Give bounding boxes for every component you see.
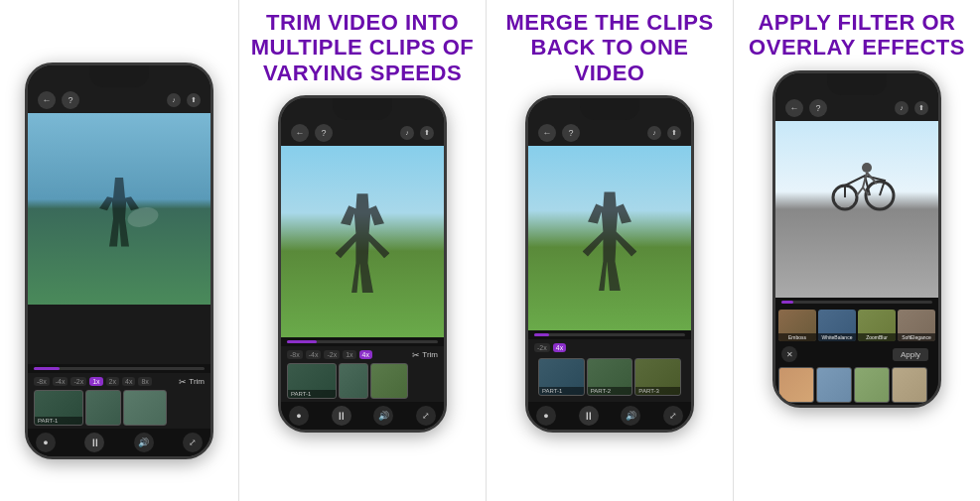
- fullscreen-button-3[interactable]: ⤢: [663, 406, 683, 426]
- headline-3: MERGE THE CLIPS BACK TO ONE VIDEO: [487, 0, 733, 91]
- trim-label-2: ✂ Trim: [412, 350, 438, 360]
- speed-btn-4x[interactable]: 4x: [122, 377, 135, 386]
- pause-button-2[interactable]: ⏸: [332, 406, 351, 426]
- music-icon-3[interactable]: ♪: [647, 126, 661, 140]
- person-thumb-4: [892, 367, 927, 403]
- clip-strip-2: PART-1: [287, 363, 438, 399]
- headline-2: TRIM VIDEO INTO MULTIPLE CLIPS OF VARYIN…: [241, 0, 484, 91]
- merge-clip-2: PART-2: [587, 358, 633, 396]
- topbar-right-3: ♪ ⬆: [647, 126, 681, 140]
- back-icon-4[interactable]: ←: [785, 99, 803, 117]
- svg-point-2: [862, 163, 872, 173]
- topbar-left-icons: ← ?: [38, 91, 79, 109]
- speed-buttons-2: -8x -4x -2x 1x 4x ✂ Trim: [287, 350, 438, 360]
- speed-btn-s2-1[interactable]: -8x: [287, 350, 303, 359]
- speed-btn--2x[interactable]: -2x: [70, 377, 86, 386]
- timeline-1: -8x -4x -2x 1x 2x 4x 8x ✂ Trim PART-1: [28, 373, 210, 429]
- speed-btn-8x[interactable]: 8x: [138, 377, 151, 386]
- lower-dark-area: [28, 305, 210, 364]
- pause-button-3[interactable]: ⏸: [579, 406, 599, 426]
- speed-buttons-3: -2x 4x: [534, 343, 685, 352]
- clip-label-1: PART-1: [35, 417, 82, 425]
- pause-button[interactable]: ⏸: [84, 433, 104, 452]
- topbar-right-icons: ♪ ⬆: [167, 93, 201, 107]
- phone-mockup-3: ← ? ♪ ⬆ -2x 4x: [525, 95, 694, 433]
- fullscreen-button-2[interactable]: ⤢: [416, 406, 436, 426]
- music-icon-4[interactable]: ♪: [895, 101, 909, 115]
- share-icon[interactable]: ⬆: [187, 93, 201, 107]
- clip-thumb-part1: PART-1: [34, 390, 83, 426]
- clip-strip-1: PART-1: [34, 390, 205, 426]
- back-icon[interactable]: ←: [38, 91, 56, 109]
- share-icon-2[interactable]: ⬆: [420, 126, 434, 140]
- trim-label-1: ✂ Trim: [179, 377, 205, 387]
- question-icon-4[interactable]: ?: [809, 99, 827, 117]
- video-area-2: [281, 146, 444, 337]
- speed-btn-s2-3[interactable]: -2x: [324, 350, 340, 359]
- speed-btn-1x[interactable]: 1x: [89, 377, 102, 386]
- share-icon-3[interactable]: ⬆: [667, 126, 681, 140]
- speed-btn-s3-2[interactable]: 4x: [553, 343, 566, 352]
- record-button[interactable]: ●: [36, 433, 56, 452]
- back-icon-2[interactable]: ←: [291, 124, 309, 142]
- progress-fill-1: [34, 367, 60, 370]
- filter-thumb-3[interactable]: ZoomBlur: [858, 310, 896, 341]
- filter-thumb-1[interactable]: Emboss: [778, 310, 816, 341]
- volume-button-2[interactable]: 🔊: [373, 406, 393, 426]
- clip-2-part3: [370, 363, 408, 399]
- section-1: ← ? ♪ ⬆: [0, 0, 238, 501]
- video-area-4: [775, 121, 938, 298]
- speed-buttons-1: -8x -4x -2x 1x 2x 4x 8x ✂ Trim: [34, 377, 205, 387]
- filter-thumb-4[interactable]: SoftElegance: [898, 310, 935, 341]
- question-icon[interactable]: ?: [62, 91, 79, 109]
- progress-bar-3: [534, 333, 685, 336]
- topbar-left-3: ← ?: [538, 124, 580, 142]
- record-button-2[interactable]: ●: [289, 406, 309, 426]
- clip-2-part2: [339, 363, 368, 399]
- filter-name-4: SoftElegance: [898, 333, 935, 341]
- speed-btn-2x[interactable]: 2x: [106, 377, 119, 386]
- phone-controls-3: ● ⏸ 🔊 ⤢: [528, 402, 691, 430]
- phone-screen-1: ← ? ♪ ⬆: [28, 65, 210, 456]
- phone-mockup-2: ← ? ♪ ⬆ -8x -4x -2x 1x 4: [278, 95, 447, 433]
- volume-button[interactable]: 🔊: [134, 433, 154, 452]
- video-area-3: [528, 146, 691, 330]
- clip-2-label-1: PART-1: [288, 390, 336, 398]
- person-thumb-2: [816, 367, 852, 403]
- phone-mockup-1: ← ? ♪ ⬆: [25, 63, 213, 459]
- filter-name-2: WhiteBalance: [818, 333, 856, 341]
- progress-fill-2: [287, 340, 317, 343]
- fullscreen-button[interactable]: ⤢: [183, 433, 203, 452]
- speed-btn--8x[interactable]: -8x: [34, 377, 50, 386]
- speed-btn-s3-1[interactable]: -2x: [534, 343, 550, 352]
- jumper-silhouette: [336, 193, 390, 293]
- speed-btn--4x[interactable]: -4x: [53, 377, 69, 386]
- timeline-2: -8x -4x -2x 1x 4x ✂ Trim PART-1: [281, 346, 444, 402]
- phone-screen-4: ← ? ♪ ⬆: [775, 73, 938, 405]
- filter-thumb-2[interactable]: WhiteBalance: [818, 310, 856, 341]
- speed-btn-s2-2[interactable]: -4x: [306, 350, 322, 359]
- speed-btn-s2-4[interactable]: 1x: [343, 350, 355, 359]
- progress-bar-4: -0:26: [781, 301, 932, 304]
- question-icon-3[interactable]: ?: [562, 124, 580, 142]
- speed-btn-s2-5[interactable]: 4x: [359, 350, 372, 359]
- people-row: [775, 365, 938, 405]
- music-icon[interactable]: ♪: [167, 93, 181, 107]
- merge-clip-3: PART-3: [634, 358, 681, 396]
- jumper-silhouette-3: [583, 191, 637, 291]
- section-2: TRIM VIDEO INTO MULTIPLE CLIPS OF VARYIN…: [239, 0, 486, 501]
- music-icon-2[interactable]: ♪: [400, 126, 414, 140]
- progress-bar-2: [287, 340, 438, 343]
- section-4: APPLY FILTER OR OVERLAY EFFECTS ← ? ♪ ⬆: [734, 0, 980, 501]
- apply-button[interactable]: Apply: [893, 348, 928, 361]
- phone-mockup-4: ← ? ♪ ⬆: [772, 70, 941, 408]
- progress-bar-1: [34, 367, 205, 370]
- time-label-4: -0:26: [914, 293, 928, 299]
- back-icon-3[interactable]: ←: [538, 124, 556, 142]
- question-icon-2[interactable]: ?: [315, 124, 333, 142]
- volume-button-3[interactable]: 🔊: [621, 406, 640, 426]
- share-icon-4[interactable]: ⬆: [914, 101, 928, 115]
- record-button-3[interactable]: ●: [536, 406, 556, 426]
- topbar-right-4: ♪ ⬆: [895, 101, 928, 115]
- cancel-button-4[interactable]: ✕: [781, 346, 797, 362]
